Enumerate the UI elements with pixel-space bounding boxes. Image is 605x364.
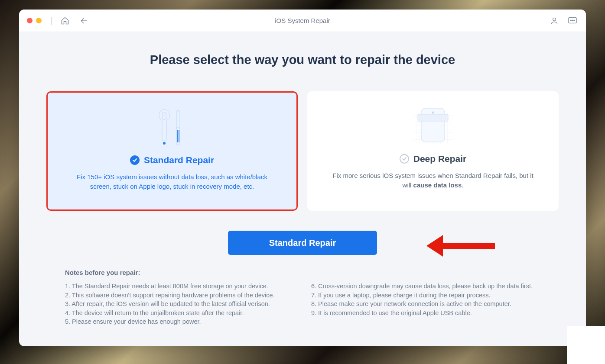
page-headline: Please select the way you want to repair… <box>45 53 560 67</box>
note-item: 4. The device will return to the unjailb… <box>65 309 294 318</box>
deep-repair-illustration <box>409 103 457 149</box>
svg-point-3 <box>572 20 573 21</box>
feedback-icon <box>568 17 577 25</box>
notes-section: Notes before you repair: 1. The Standard… <box>45 269 560 327</box>
deep-repair-desc-after: . <box>462 181 463 189</box>
svg-point-0 <box>553 18 556 21</box>
standard-repair-card[interactable]: Standard Repair Fix 150+ iOS system issu… <box>46 91 298 211</box>
notes-title: Notes before you repair: <box>65 269 540 276</box>
selected-check-icon <box>130 155 140 165</box>
standard-repair-illustration <box>155 105 189 151</box>
standard-repair-title: Standard Repair <box>144 155 214 165</box>
deep-repair-title-row: Deep Repair <box>400 154 467 164</box>
note-item: 3. After repair, the iOS version will be… <box>65 300 294 309</box>
titlebar-right <box>550 16 577 26</box>
svg-rect-12 <box>418 114 448 121</box>
account-button[interactable] <box>550 16 559 26</box>
repair-option-cards: Standard Repair Fix 150+ iOS system issu… <box>45 91 560 211</box>
home-button[interactable] <box>60 16 70 26</box>
home-icon <box>61 16 69 25</box>
svg-point-4 <box>574 20 575 21</box>
note-item: 5. Please ensure your device has enough … <box>65 318 294 326</box>
deep-repair-description: Fix more serious iOS system issues when … <box>329 171 537 190</box>
feedback-button[interactable] <box>568 16 577 26</box>
note-item: 8. Please make sure your network connect… <box>311 300 540 309</box>
start-repair-button[interactable]: Standard Repair <box>228 231 377 255</box>
deep-repair-card[interactable]: Deep Repair Fix more serious iOS system … <box>307 91 559 211</box>
notes-column-right: 6. Cross-version downgrade may cause dat… <box>311 282 540 327</box>
titlebar-divider <box>51 17 52 25</box>
svg-rect-5 <box>162 119 166 141</box>
back-button[interactable] <box>79 16 89 26</box>
back-arrow-icon <box>80 16 88 25</box>
svg-point-13 <box>432 112 434 114</box>
deep-repair-title: Deep Repair <box>413 154 467 164</box>
svg-point-6 <box>163 142 166 145</box>
annotation-arrow-icon <box>426 233 499 258</box>
note-item: 7. If you use a laptop, please charge it… <box>311 291 540 300</box>
close-window-button[interactable] <box>27 18 33 23</box>
standard-repair-title-row: Standard Repair <box>130 155 214 165</box>
traffic-lights <box>27 17 52 25</box>
unselected-check-icon <box>400 154 409 164</box>
deep-repair-desc-bold: cause data loss <box>413 181 462 189</box>
window-title: iOS System Repair <box>275 17 330 24</box>
note-item: 9. It is recommended to use the original… <box>311 309 540 318</box>
watermark-box <box>567 326 605 364</box>
svg-point-2 <box>571 20 572 21</box>
content-area: Please select the way you want to repair… <box>19 32 586 327</box>
nav-icons <box>60 16 89 26</box>
app-window: iOS System Repair Please select the way … <box>19 10 586 346</box>
note-item: 1. The Standard Repair needs at least 80… <box>65 282 294 291</box>
device-firmware-icon <box>409 105 457 148</box>
titlebar: iOS System Repair <box>19 10 586 32</box>
user-icon <box>550 16 559 25</box>
notes-columns: 1. The Standard Repair needs at least 80… <box>65 282 540 327</box>
note-item: 6. Cross-version downgrade may cause dat… <box>311 282 540 291</box>
note-item: 2. This software doesn't support repairi… <box>65 291 294 300</box>
notes-column-left: 1. The Standard Repair needs at least 80… <box>65 282 294 327</box>
wrench-screwdriver-icon <box>155 106 189 149</box>
action-row: Standard Repair <box>45 231 560 255</box>
standard-repair-description: Fix 150+ iOS system issues without data … <box>69 172 275 191</box>
minimize-window-button[interactable] <box>36 18 42 23</box>
